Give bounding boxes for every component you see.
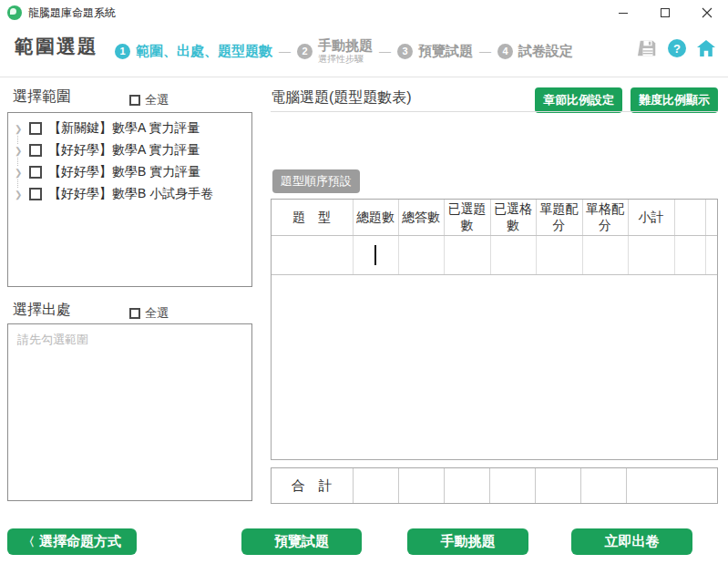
minimize-button[interactable] — [602, 0, 644, 26]
tree-item[interactable]: ❯ 【好好學】數學A 實力評量 — [8, 139, 251, 161]
manual-pick-button[interactable]: 手動挑題 — [407, 528, 528, 555]
app-logo-icon — [7, 5, 22, 20]
maximize-icon — [660, 7, 671, 18]
maximize-button[interactable] — [644, 0, 686, 26]
back-button-label: 選擇命題方式 — [39, 533, 121, 550]
cell-empty — [705, 236, 717, 275]
step-2-label: 手動挑題 — [318, 38, 373, 54]
expand-chevron-icon[interactable]: ❯ — [15, 124, 26, 134]
source-select-all-label: 全選 — [145, 305, 169, 322]
total-cell-empty — [626, 468, 717, 503]
total-row: 合 計 — [271, 467, 718, 504]
tree-item-checkbox[interactable] — [29, 144, 42, 157]
total-cell-empty — [444, 468, 489, 503]
total-table-row: 合 計 — [272, 468, 717, 503]
type-order-default-button[interactable]: 題型順序預設 — [272, 169, 360, 193]
col-header-total-questions: 總題數 — [353, 200, 398, 236]
generate-paper-button[interactable]: 立即出卷 — [571, 528, 692, 555]
table-data-row — [272, 236, 717, 275]
step-separator: — — [479, 45, 491, 58]
home-icon — [696, 39, 716, 57]
ratio-buttons: 章節比例設定 難度比例顯示 — [535, 87, 718, 113]
tree-item-checkbox[interactable] — [29, 188, 42, 200]
titlebar: 龍騰題庫命題系統 — [0, 0, 728, 26]
total-cell-empty — [398, 468, 444, 503]
step-1-number: 1 — [115, 44, 130, 59]
cell-total-answers[interactable] — [398, 236, 444, 275]
total-cell-empty — [580, 468, 626, 503]
cell-points-per-question[interactable] — [536, 236, 582, 275]
preview-button-label: 預覽試題 — [274, 533, 329, 550]
col-header-total-answers: 總答數 — [398, 200, 444, 236]
header-divider — [0, 77, 728, 77]
expand-chevron-icon[interactable]: ❯ — [15, 190, 26, 200]
tree-item-label: 【新關鍵】數學A 實力評量 — [48, 120, 200, 137]
total-cell-empty — [535, 468, 580, 503]
source-placeholder-text: 請先勾選範圍 — [8, 324, 251, 355]
chapter-ratio-button[interactable]: 章節比例設定 — [535, 87, 622, 113]
home-button[interactable] — [696, 39, 716, 57]
cell-empty — [674, 236, 705, 275]
total-cell-empty — [353, 468, 398, 503]
generate-button-label: 立即出卷 — [605, 533, 660, 550]
tree-item[interactable]: ❯ 【好好學】數學B 實力評量 — [8, 161, 251, 183]
source-section-title: 選擇出處 — [13, 301, 71, 320]
step-4-number: 4 — [497, 44, 513, 59]
header: 範圍選題 1 範圍、出處、題型題數 — 2 手動挑題 選擇性步驟 — 3 預覽試… — [0, 26, 728, 77]
save-button[interactable] — [638, 38, 658, 58]
help-icon: ? — [668, 39, 686, 57]
range-select-all-label: 全選 — [145, 92, 169, 108]
col-header-points-per-blank: 單格配分 — [582, 200, 628, 236]
stepper: 1 範圍、出處、題型題數 — 2 手動挑題 選擇性步驟 — 3 預覽試題 — 4… — [115, 26, 573, 77]
cell-selected-blanks[interactable] — [490, 236, 536, 275]
cell-selected-questions[interactable] — [444, 236, 490, 275]
tree-item-checkbox[interactable] — [29, 166, 42, 179]
step-4-label: 試卷設定 — [518, 43, 573, 60]
step-1-range[interactable]: 1 範圍、出處、題型題數 — [115, 43, 272, 60]
main-panel-divider — [271, 111, 718, 112]
expand-chevron-icon[interactable]: ❯ — [15, 168, 26, 178]
col-header-empty — [705, 200, 717, 236]
text-caret — [374, 245, 376, 265]
col-header-subtotal: 小計 — [628, 200, 674, 236]
page-title: 範圍選題 — [15, 34, 98, 59]
table-header-row: 題 型 總題數 總答數 已選題數 已選格數 單題配分 單格配分 小計 — [272, 200, 717, 236]
cell-type[interactable] — [272, 236, 353, 275]
window-title: 龍騰題庫命題系統 — [28, 5, 116, 21]
close-button[interactable] — [686, 0, 728, 26]
difficulty-ratio-button[interactable]: 難度比例顯示 — [631, 87, 718, 113]
help-button[interactable]: ? — [668, 39, 686, 57]
preview-questions-button[interactable]: 預覽試題 — [241, 528, 362, 555]
close-icon — [702, 7, 713, 18]
main-panel-title: 電腦選題(題型題數表) — [271, 88, 412, 108]
range-section-title: 選擇範圍 — [13, 87, 71, 107]
step-4-paper-settings[interactable]: 4 試卷設定 — [497, 43, 573, 60]
col-header-points-per-question: 單題配分 — [536, 200, 582, 236]
total-label: 合 計 — [272, 468, 353, 503]
cell-subtotal[interactable] — [628, 236, 674, 275]
tree-item[interactable]: ❯ 【新關鍵】數學A 實力評量 — [8, 118, 251, 139]
tree-item[interactable]: ❯ 【好好學】數學B 小試身手卷 — [8, 183, 251, 205]
minimize-icon — [618, 7, 629, 18]
step-3-preview[interactable]: 3 預覽試題 — [397, 43, 473, 60]
step-separator: — — [379, 45, 391, 58]
step-3-number: 3 — [397, 44, 413, 59]
source-select-all[interactable]: 全選 — [129, 305, 169, 322]
range-select-all-checkbox[interactable] — [129, 95, 140, 106]
cell-points-per-blank[interactable] — [582, 236, 628, 275]
tree-item-label: 【好好學】數學B 小試身手卷 — [48, 186, 213, 202]
col-header-empty — [674, 200, 705, 236]
step-3-label: 預覽試題 — [418, 43, 473, 60]
step-2-number: 2 — [297, 44, 313, 59]
choose-method-back-button[interactable]: 〈 選擇命題方式 — [7, 528, 137, 555]
tree-item-checkbox[interactable] — [29, 122, 42, 135]
range-select-all[interactable]: 全選 — [129, 92, 169, 108]
cell-total-questions-input[interactable] — [353, 236, 398, 275]
source-select-all-checkbox[interactable] — [129, 308, 140, 319]
step-2-manual-pick[interactable]: 2 手動挑題 選擇性步驟 — [297, 38, 373, 64]
expand-chevron-icon[interactable]: ❯ — [15, 146, 26, 156]
manual-button-label: 手動挑題 — [441, 533, 496, 550]
range-tree-list: ❯ 【新關鍵】數學A 實力評量 ❯ 【好好學】數學A 實力評量 ❯ 【好好學】數… — [7, 112, 252, 287]
col-header-selected-questions: 已選題數 — [444, 200, 490, 236]
save-icon — [638, 38, 658, 58]
